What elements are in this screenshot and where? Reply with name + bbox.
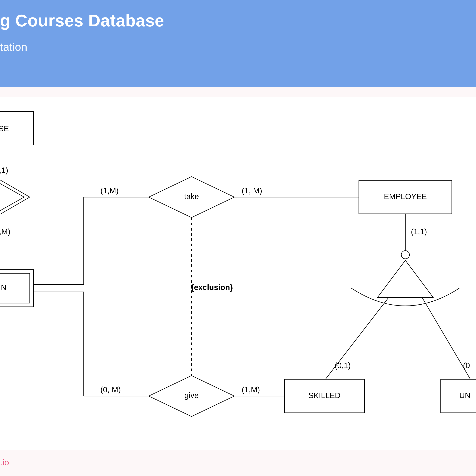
- constraint-exclusion: {exclusion}: [191, 283, 233, 292]
- diagram-canvas: SE ,1) ,M) N take (1,M) (1, M) EMPLOYEE …: [0, 97, 476, 450]
- card-give-left: (0, M): [101, 385, 121, 394]
- svg-rect-8: [441, 379, 476, 413]
- card-take-right: (1, M): [242, 186, 262, 195]
- entity-course-label: SE: [0, 124, 9, 133]
- page-title: g Courses Database: [0, 11, 476, 30]
- entity-employee: EMPLOYEE: [359, 180, 452, 214]
- svg-marker-2: [0, 180, 24, 214]
- relationship-give-label: give: [184, 391, 199, 400]
- isa-triangle: [377, 260, 433, 298]
- isa-circle: [401, 251, 409, 259]
- card-take-left: (1,M): [101, 186, 119, 195]
- entity-unskilled-label: UN: [459, 391, 471, 400]
- entity-weak-label: N: [1, 283, 6, 292]
- entity-skilled-label: SKILLED: [308, 391, 341, 400]
- card-course-bottom: ,M): [0, 227, 10, 236]
- card-unskilled-up: (0: [463, 361, 470, 370]
- entity-unskilled: UN: [441, 379, 476, 413]
- card-course-top: ,1): [0, 166, 8, 175]
- relationship-take: take: [149, 177, 234, 218]
- entity-weak-n: N: [0, 270, 34, 307]
- page-subtitle: tation: [0, 41, 476, 53]
- card-employee-down: (1,1): [411, 227, 427, 236]
- relationship-give: give: [149, 375, 234, 416]
- header-banner: g Courses Database tation: [0, 0, 476, 87]
- card-give-right: (1,M): [242, 385, 260, 394]
- relationship-cropped-diamond: [0, 177, 30, 218]
- er-diagram-svg: SE ,1) ,M) N take (1,M) (1, M) EMPLOYEE …: [0, 97, 476, 450]
- footer-link[interactable]: .io: [0, 458, 9, 467]
- entity-course: SE: [0, 112, 34, 145]
- card-skilled-up: (0,1): [335, 361, 351, 370]
- entity-employee-label: EMPLOYEE: [384, 192, 427, 201]
- entity-skilled: SKILLED: [285, 379, 364, 413]
- relationship-take-label: take: [184, 192, 199, 201]
